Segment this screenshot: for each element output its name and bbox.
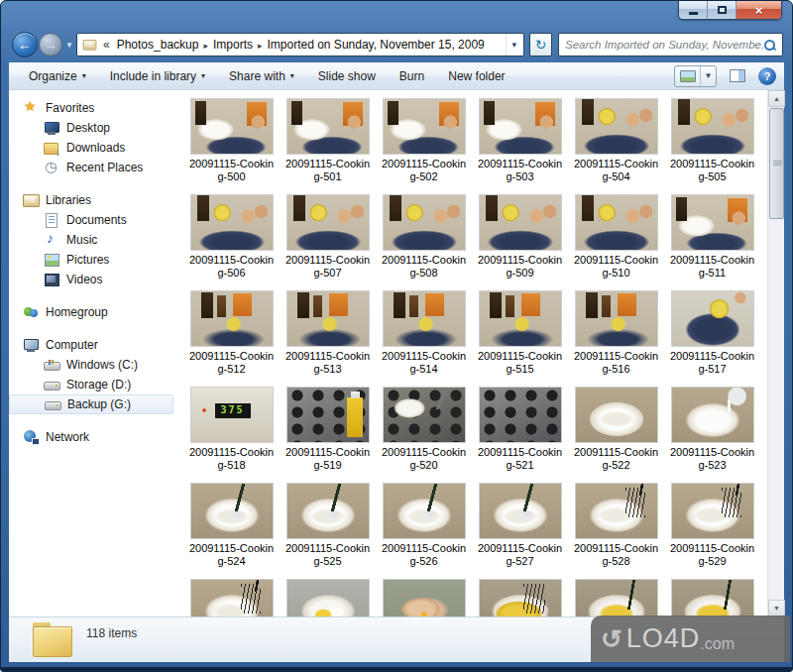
file-item[interactable]: 20091115-Cooking-527 xyxy=(472,481,568,577)
file-item[interactable] xyxy=(568,577,664,616)
file-item[interactable]: 20091115-Cooking-525 xyxy=(280,481,376,577)
file-name-line2: g-527 xyxy=(478,555,562,568)
maximize-button[interactable] xyxy=(708,1,736,19)
sidebar-item-downloads[interactable]: Downloads xyxy=(9,138,179,158)
sidebar-item-desktop[interactable]: Desktop xyxy=(9,118,179,138)
file-name-line1: 20091115-Cookin xyxy=(574,254,658,267)
search-box[interactable]: Search Imported on Sunday, Novembe... xyxy=(558,33,783,56)
sidebar-item-computer[interactable]: Computer xyxy=(9,335,179,355)
file-item[interactable]: 20091115-Cooking-529 xyxy=(664,481,760,577)
file-item[interactable] xyxy=(183,577,280,616)
breadcrumb-separator-icon[interactable]: ▸ xyxy=(257,41,264,51)
sidebar-item-videos[interactable]: Videos xyxy=(9,270,179,289)
sidebar-item-homegroup[interactable]: Homegroup xyxy=(9,302,179,322)
file-item[interactable]: 20091115-Cooking-511 xyxy=(664,192,760,288)
file-item[interactable]: 20091115-Cooking-526 xyxy=(376,481,472,577)
vertical-scrollbar[interactable]: ▲ ▼ xyxy=(767,90,784,616)
views-dropdown-button[interactable]: ▼ xyxy=(701,66,716,86)
address-bar[interactable]: « Photos_backup▸Imports▸Imported on Sund… xyxy=(76,33,524,56)
sidebar-item-favorites[interactable]: Favorites xyxy=(9,98,179,118)
close-button[interactable]: × xyxy=(736,1,781,19)
file-thumbnail xyxy=(286,98,370,155)
sidebar-item-storage-d[interactable]: Storage (D:) xyxy=(9,375,179,394)
file-name: 20091115-Cooking-510 xyxy=(574,254,658,280)
scroll-up-button[interactable]: ▲ xyxy=(768,90,785,107)
sidebar-item-music[interactable]: Music xyxy=(9,230,179,250)
file-name-line2: g-523 xyxy=(670,459,754,472)
file-item[interactable]: 20091115-Cooking-500 xyxy=(183,96,280,192)
file-item[interactable]: 20091115-Cooking-509 xyxy=(472,192,568,288)
file-item[interactable]: 20091115-Cooking-503 xyxy=(472,96,568,192)
folder-icon-large xyxy=(33,622,72,656)
file-thumbnail xyxy=(671,290,754,347)
sidebar-item-network[interactable]: Network xyxy=(9,427,179,447)
scroll-down-button[interactable]: ▼ xyxy=(768,600,785,616)
file-item[interactable]: 20091115-Cooking-510 xyxy=(568,192,664,288)
file-item[interactable]: 20091115-Cooking-501 xyxy=(280,96,376,192)
back-button[interactable]: ← xyxy=(12,32,38,57)
file-name: 20091115-Cooking-508 xyxy=(382,254,466,280)
minimize-button[interactable] xyxy=(679,1,708,19)
address-dropdown-button[interactable]: ▾ xyxy=(506,34,521,56)
toolbar-burn[interactable]: Burn xyxy=(388,65,436,87)
sidebar-item-windows-c[interactable]: Windows (C:) xyxy=(9,355,179,375)
search-icon[interactable] xyxy=(763,39,776,52)
file-item[interactable]: 20091115-Cooking-514 xyxy=(376,288,472,385)
file-item[interactable]: 37520091115-Cooking-518 xyxy=(183,385,280,481)
sidebar-item-recent-places[interactable]: Recent Places xyxy=(9,158,179,177)
change-view-button[interactable] xyxy=(675,66,701,86)
file-item[interactable]: 20091115-Cooking-508 xyxy=(376,192,472,288)
file-item[interactable]: 20091115-Cooking-524 xyxy=(183,481,280,577)
file-item[interactable] xyxy=(664,577,760,616)
help-button[interactable]: ? xyxy=(758,67,776,85)
file-item[interactable]: 20091115-Cooking-515 xyxy=(472,288,568,385)
toolbar-slide-show[interactable]: Slide show xyxy=(306,65,388,87)
sidebar-item-documents[interactable]: Documents xyxy=(9,210,179,230)
refresh-button[interactable]: ↻ xyxy=(529,33,552,56)
breadcrumb-overflow-chevron[interactable]: « xyxy=(100,38,113,52)
file-item[interactable]: 20091115-Cooking-522 xyxy=(568,385,664,481)
file-item[interactable]: 20091115-Cooking-521 xyxy=(472,385,568,481)
file-item[interactable]: 20091115-Cooking-520 xyxy=(376,385,472,481)
file-item[interactable]: 20091115-Cooking-502 xyxy=(376,96,472,192)
breadcrumb-segment[interactable]: Photos_backup xyxy=(113,38,203,52)
toolbar-organize[interactable]: Organize▾ xyxy=(17,65,98,87)
file-item[interactable]: 20091115-Cooking-504 xyxy=(568,96,664,192)
file-item[interactable]: 20091115-Cooking-505 xyxy=(664,96,760,192)
preview-pane-button[interactable] xyxy=(727,66,748,86)
file-item[interactable]: 20091115-Cooking-528 xyxy=(568,481,664,577)
file-thumbnail xyxy=(286,387,370,443)
documents-icon xyxy=(44,212,60,228)
file-item[interactable] xyxy=(472,577,568,616)
file-item[interactable]: 20091115-Cooking-517 xyxy=(664,288,760,385)
file-name: 20091115-Cooking-519 xyxy=(285,446,370,472)
sidebar-item-pictures[interactable]: Pictures xyxy=(9,250,179,270)
breadcrumb-separator-icon[interactable]: ▸ xyxy=(202,41,209,51)
toolbar-include-in-library[interactable]: Include in library▾ xyxy=(98,65,217,87)
file-item[interactable]: 20091115-Cooking-506 xyxy=(183,192,280,288)
file-item[interactable]: 20091115-Cooking-519 xyxy=(280,385,376,481)
recent-pages-dropdown[interactable]: ▼ xyxy=(65,41,73,50)
file-item[interactable]: 20091115-Cooking-513 xyxy=(280,288,376,385)
file-item[interactable] xyxy=(280,577,376,616)
file-item[interactable]: 20091115-Cooking-523 xyxy=(664,385,760,481)
file-item[interactable]: 20091115-Cooking-516 xyxy=(568,288,664,385)
sidebar-item-libraries[interactable]: Libraries xyxy=(9,190,179,210)
forward-button[interactable]: → xyxy=(39,33,62,56)
breadcrumb-segment[interactable]: Imported on Sunday, November 15, 2009 xyxy=(264,38,489,52)
file-name: 20091115-Cooking-503 xyxy=(478,158,562,183)
toolbar-share-with[interactable]: Share with▾ xyxy=(217,65,306,87)
file-item[interactable] xyxy=(376,577,472,616)
sidebar-item-backup-g[interactable]: Backup (G:) xyxy=(9,394,173,414)
file-item[interactable]: 20091115-Cooking-512 xyxy=(183,288,280,385)
close-icon: × xyxy=(755,4,763,17)
file-name: 20091115-Cooking-518 xyxy=(189,446,274,472)
scrollbar-thumb[interactable] xyxy=(769,108,784,219)
file-name-line1: 20091115-Cookin xyxy=(670,446,754,459)
file-item[interactable]: 20091115-Cooking-507 xyxy=(280,192,376,288)
file-name: 20091115-Cooking-521 xyxy=(478,446,562,472)
toolbar-new-folder[interactable]: New folder xyxy=(436,65,516,87)
title-bar[interactable]: × xyxy=(1,1,792,29)
file-name: 20091115-Cooking-515 xyxy=(478,350,562,376)
breadcrumb-segment[interactable]: Imports xyxy=(209,38,257,52)
